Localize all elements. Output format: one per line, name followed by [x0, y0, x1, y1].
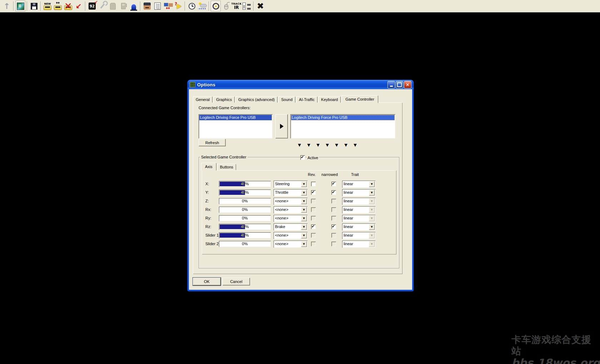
mouse-button[interactable] [221, 1, 231, 11]
down-arrow-indicator [325, 143, 330, 147]
maximize-button[interactable] [396, 81, 403, 89]
cancel-button-label: Cancel [230, 279, 242, 284]
truck-new-icon: NEW [44, 5, 51, 10]
down-arrow-indicator [334, 143, 339, 147]
dropdown-arrow-icon[interactable] [301, 207, 307, 213]
active-checkbox[interactable] [300, 155, 305, 160]
axis-rz-trait-combo[interactable]: linear [342, 223, 375, 231]
save-icon [31, 3, 38, 10]
schedule-92-icon: 92 [89, 2, 96, 10]
axis-x-narrowed-checkbox[interactable] [331, 182, 336, 186]
tab-buttons[interactable]: Buttons [217, 164, 236, 170]
tab-graphics-advanced[interactable]: Graphics (advanced) [235, 96, 278, 103]
dropdown-arrow-icon[interactable] [369, 224, 375, 230]
refresh-button[interactable]: Refresh [199, 139, 226, 146]
ok-button[interactable]: OK [193, 278, 221, 285]
toolbar-separator [85, 1, 86, 11]
axis-rx-trait-combo: linear [342, 206, 375, 213]
dropdown-arrow-icon[interactable] [369, 190, 375, 196]
weather-icon [198, 2, 206, 10]
axis-y-narrowed-checkbox[interactable] [331, 190, 336, 195]
list-item[interactable]: Logitech Driving Force Pro USB [291, 115, 395, 120]
axis-slider-2-function-combo[interactable]: <none> [274, 241, 308, 248]
save-button[interactable] [29, 1, 39, 11]
cargo-disabled-icon [110, 3, 116, 10]
dropdown-arrow-icon[interactable] [301, 190, 307, 196]
truck-move-button[interactable] [53, 1, 63, 11]
schedule-92-button[interactable]: 92 [87, 1, 97, 11]
axis-rx-function-combo[interactable]: <none> [274, 206, 308, 213]
track-ir-button[interactable]: TRACKIR [231, 1, 241, 11]
tab-axis[interactable]: Axis [201, 163, 216, 171]
toolbar-separator [40, 1, 41, 11]
active-checkbox-label: Active [307, 156, 319, 160]
close-button[interactable] [404, 81, 411, 89]
gauge-value: 0% [219, 241, 271, 247]
up-arrow-button[interactable] [2, 1, 12, 11]
clock-icon [189, 3, 195, 10]
tab-keyboard[interactable]: Keyboard [318, 96, 341, 103]
dropdown-arrow-icon[interactable] [369, 181, 375, 187]
assignment-arrows [297, 143, 358, 147]
axis-rz-function-combo[interactable]: Brake [274, 223, 308, 231]
weather-button[interactable] [197, 1, 207, 11]
list-item[interactable]: Logitech Driving Force Pro USB [199, 115, 272, 120]
column-header-narrowed: narrowed [321, 172, 338, 177]
titlebar[interactable]: Options [188, 80, 414, 89]
column-header-trait: Trait [351, 172, 359, 177]
axis-x-function-combo[interactable]: Steering [274, 181, 308, 188]
axis-y-rev-checkbox[interactable] [311, 190, 316, 195]
window-title: Options [197, 82, 215, 87]
axis-rz-narrowed-checkbox[interactable] [331, 224, 336, 229]
axis-y-function-combo[interactable]: Throttle [274, 189, 308, 196]
minimize-button[interactable] [388, 81, 395, 89]
move-controller-button[interactable] [275, 114, 288, 138]
dropdown-arrow-icon[interactable] [301, 198, 307, 204]
assign-arrow-button[interactable] [74, 1, 84, 11]
police-driver-icon [144, 2, 151, 10]
dropdown-arrow-icon[interactable] [301, 181, 307, 187]
tab-ai-traffic[interactable]: AI-Traffic [296, 96, 318, 103]
dropdown-arrow-icon[interactable] [301, 216, 307, 221]
axis-z-function-combo[interactable]: <none> [274, 198, 308, 205]
toolbar-separator [185, 1, 185, 11]
steering-wheel-button[interactable] [211, 1, 221, 11]
cancel-button[interactable]: Cancel [222, 278, 250, 285]
siren-light-button[interactable] [129, 1, 139, 11]
axis-x-rev-checkbox[interactable] [311, 182, 316, 186]
assigned-controllers-list[interactable]: Logitech Driving Force Pro USB [290, 114, 395, 138]
clock-button[interactable] [187, 1, 197, 11]
tab-sound[interactable]: Sound [278, 96, 295, 103]
axis-x-trait-combo[interactable]: linear [342, 181, 375, 188]
tab-game-controller[interactable]: Game Controller [341, 95, 378, 103]
truck-new-button[interactable]: NEW [42, 1, 52, 11]
dropdown-arrow-icon[interactable] [301, 224, 307, 230]
dropdown-arrow-icon[interactable] [301, 241, 307, 247]
axis-label-z: Z: [205, 199, 209, 203]
tab-graphics[interactable]: Graphics [213, 96, 235, 103]
axis-label-rx: Rx: [205, 207, 211, 212]
options-window: Options GeneralGraphicsGraphics (advance… [188, 80, 414, 291]
repair-wrench-button[interactable] [98, 1, 108, 11]
axis-y-trait-combo[interactable]: linear [342, 189, 375, 196]
police-driver-button[interactable] [142, 1, 152, 11]
axis-rz-rev-checkbox[interactable] [311, 224, 316, 229]
available-controllers-list[interactable]: Logitech Driving Force Pro USB [199, 114, 272, 138]
connected-controllers-label: Connected Game Controllers: [199, 106, 251, 110]
dropdown-arrow-icon[interactable] [301, 233, 307, 238]
tab-general[interactable]: General [193, 96, 212, 103]
gauge-value: 0% [219, 207, 271, 213]
client-area: GeneralGraphicsGraphics (advanced)SoundA… [189, 89, 412, 290]
dropdown-arrow-icon [369, 216, 375, 221]
cargo-disabled-button [108, 1, 118, 11]
truck-delete-button[interactable] [63, 1, 73, 11]
map-view-button[interactable] [15, 1, 25, 11]
options-checkboxes-button[interactable] [242, 1, 252, 11]
axis-rz-gauge: 49%49% [219, 224, 271, 230]
close-x-button[interactable] [255, 1, 265, 11]
axis-slider-1-function-combo[interactable]: <none> [274, 232, 308, 239]
pc-traffic-button[interactable] [163, 1, 173, 11]
help-arrow-button[interactable] [173, 1, 183, 11]
axis-ry-function-combo[interactable]: <none> [274, 215, 308, 222]
ledger-list-button[interactable] [152, 1, 162, 11]
